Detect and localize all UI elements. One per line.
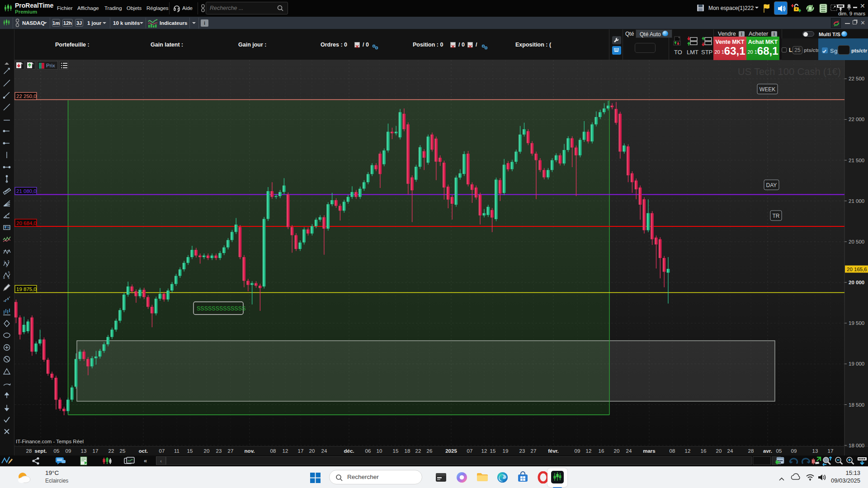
svg-text:11: 11 <box>174 448 179 454</box>
svg-text:c: c <box>8 276 10 279</box>
svg-text:α: α <box>8 213 9 216</box>
svg-text:22: 22 <box>108 448 114 454</box>
svg-text:sept.: sept. <box>35 448 47 454</box>
svg-text:09: 09 <box>66 448 71 454</box>
svg-text:24: 24 <box>321 448 327 454</box>
svg-text:17: 17 <box>298 448 304 454</box>
svg-text:09: 09 <box>575 448 580 454</box>
svg-text:13: 13 <box>81 448 87 454</box>
svg-text:22 250,0: 22 250,0 <box>16 94 37 99</box>
svg-text:1: 1 <box>4 260 5 263</box>
svg-text:SSSSSSSSSSSSS: SSSSSSSSSSSSS <box>197 305 245 312</box>
svg-text:12: 12 <box>685 448 691 454</box>
svg-text:15: 15 <box>393 448 399 454</box>
svg-text:09: 09 <box>791 448 797 454</box>
svg-text:23: 23 <box>519 448 525 454</box>
svg-text:2: 2 <box>6 264 8 267</box>
svg-text:18 500: 18 500 <box>849 402 864 408</box>
svg-text:22: 22 <box>415 448 421 454</box>
svg-text:22 500: 22 500 <box>849 76 864 81</box>
svg-text:DAY: DAY <box>766 182 777 188</box>
svg-text:27: 27 <box>531 448 537 454</box>
svg-text:IT-Finance.com - Temps Réel: IT-Finance.com - Temps Réel <box>16 439 84 444</box>
svg-text:20 500: 20 500 <box>849 239 864 244</box>
svg-text:oct.: oct. <box>139 448 148 454</box>
svg-text:19 875,0: 19 875,0 <box>16 286 37 292</box>
svg-text:WEEK: WEEK <box>760 86 775 93</box>
svg-text:20: 20 <box>716 448 722 454</box>
svg-text:07: 07 <box>159 448 165 454</box>
svg-text:05: 05 <box>54 448 60 454</box>
svg-text:18: 18 <box>405 448 410 454</box>
svg-text:19: 19 <box>503 448 509 454</box>
svg-text:28: 28 <box>26 448 32 454</box>
svg-text:5: 5 <box>8 260 9 263</box>
svg-text:20: 20 <box>614 448 620 454</box>
svg-text:21 000: 21 000 <box>849 198 864 204</box>
svg-text:06: 06 <box>365 448 371 454</box>
svg-text:05: 05 <box>776 448 782 454</box>
svg-text:20 684,0: 20 684,0 <box>16 221 37 226</box>
svg-text:26: 26 <box>427 448 433 454</box>
svg-text:US Tech 100 Cash (1€): US Tech 100 Cash (1€) <box>738 66 841 77</box>
svg-text:12: 12 <box>283 448 288 454</box>
svg-text:21 080,0: 21 080,0 <box>16 188 37 194</box>
svg-text:2025: 2025 <box>445 448 457 454</box>
svg-text:20: 20 <box>309 448 315 454</box>
svg-text:27: 27 <box>228 448 234 454</box>
svg-text:déc.: déc. <box>344 448 354 454</box>
svg-text:16: 16 <box>701 448 707 454</box>
svg-text:19 000: 19 000 <box>849 361 864 366</box>
svg-text:a: a <box>3 276 5 279</box>
svg-text:08: 08 <box>670 448 675 454</box>
svg-text:b: b <box>8 271 10 274</box>
svg-text:22 000: 22 000 <box>849 117 864 122</box>
svg-text:févr.: févr. <box>548 448 559 454</box>
svg-text:07: 07 <box>467 448 473 454</box>
svg-text:15: 15 <box>490 448 496 454</box>
svg-text:avr.: avr. <box>763 448 772 454</box>
svg-text:%: % <box>7 226 9 229</box>
svg-text:24: 24 <box>626 448 632 454</box>
svg-text:16: 16 <box>599 448 604 454</box>
svg-text:17: 17 <box>828 448 834 454</box>
svg-text:20 000: 20 000 <box>849 280 864 285</box>
svg-text:12: 12 <box>586 448 592 454</box>
svg-text:12: 12 <box>481 448 487 454</box>
svg-text:TR: TR <box>773 213 780 219</box>
svg-text:10: 10 <box>377 448 382 454</box>
svg-text:15: 15 <box>187 448 193 454</box>
svg-text:19 500: 19 500 <box>849 320 864 326</box>
svg-text:25: 25 <box>120 448 126 454</box>
svg-text:28: 28 <box>748 448 754 454</box>
svg-text:nov.: nov. <box>245 448 255 454</box>
svg-text:mars: mars <box>643 448 656 454</box>
svg-text:13: 13 <box>812 448 818 454</box>
svg-text:18 000: 18 000 <box>849 443 864 448</box>
svg-text:17: 17 <box>93 448 99 454</box>
svg-text:08: 08 <box>270 448 276 454</box>
svg-text:20: 20 <box>204 448 210 454</box>
svg-text:20 165,6: 20 165,6 <box>847 267 867 272</box>
svg-text:23: 23 <box>216 448 222 454</box>
svg-text:24: 24 <box>727 448 733 454</box>
svg-text:21 500: 21 500 <box>849 158 864 163</box>
